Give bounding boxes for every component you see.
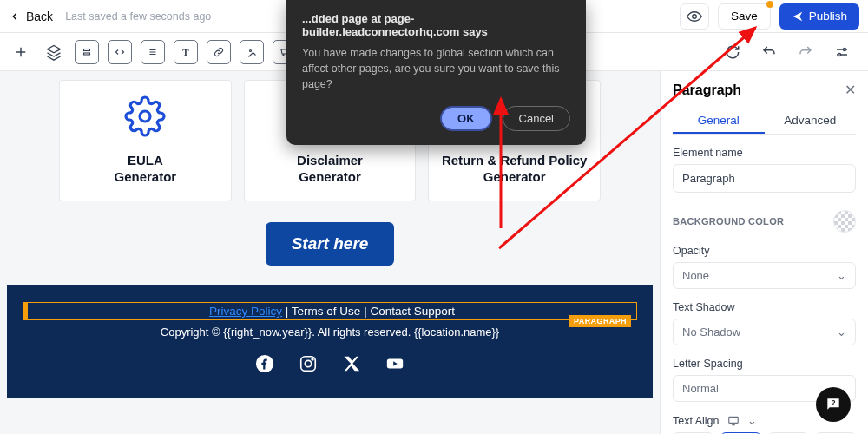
unsaved-dot-icon — [766, 1, 773, 8]
facebook-icon[interactable] — [255, 354, 274, 373]
svg-point-0 — [693, 14, 697, 18]
sep: | — [282, 305, 292, 318]
confirm-dialog: ...dded page at page-builder.leadconnect… — [286, 0, 586, 145]
tool-text-button[interactable]: T — [174, 40, 198, 64]
svg-point-6 — [140, 111, 150, 122]
opacity-select[interactable]: None⌄ — [673, 262, 856, 289]
selection-tag: PARAGRAPH — [569, 315, 631, 327]
annotation-arrow-short-icon — [490, 94, 516, 233]
tool-layout-button[interactable] — [75, 40, 99, 64]
tool-image-button[interactable] — [240, 40, 264, 64]
instagram-icon[interactable] — [299, 354, 318, 373]
page-footer-section[interactable]: Privacy Policy | Terms of Use | Contact … — [7, 285, 653, 398]
chevron-down-icon: ⌄ — [837, 326, 846, 339]
card-title: Disclaimer Generator — [297, 153, 363, 186]
svg-rect-14 — [728, 417, 738, 423]
dialog-ok-button[interactable]: OK — [440, 106, 492, 131]
social-icons — [16, 354, 644, 373]
footer-link-privacy[interactable]: Privacy Policy — [209, 305, 282, 318]
close-panel-button[interactable]: ✕ — [845, 82, 856, 98]
save-label: Save — [731, 10, 758, 23]
desktop-icon — [727, 415, 740, 427]
svg-point-5 — [838, 53, 841, 56]
start-here-button[interactable]: Start here — [266, 222, 395, 266]
card-eula[interactable]: EULA Generator — [59, 80, 232, 201]
tool-list-button[interactable] — [141, 40, 165, 64]
help-fab-button[interactable]: ? — [816, 387, 851, 422]
svg-point-4 — [844, 48, 846, 50]
card-title: EULA Generator — [114, 153, 176, 186]
layers-button[interactable] — [42, 40, 66, 64]
svg-point-11 — [305, 360, 311, 366]
settings-sliders-button[interactable] — [830, 40, 854, 64]
sep: | — [360, 305, 370, 318]
footer-copyright: Copyright © {{right_now.year}}. All righ… — [16, 326, 644, 339]
svg-point-12 — [312, 358, 313, 360]
dialog-body: You have made changes to global section … — [302, 45, 570, 92]
x-twitter-icon[interactable] — [342, 354, 361, 373]
gear-icon — [124, 95, 166, 141]
shadow-select[interactable]: No Shadow⌄ — [673, 319, 856, 345]
footer-link-contact[interactable]: Contact Support — [370, 305, 455, 318]
chevron-down-icon: ⌄ — [837, 269, 846, 282]
dialog-title: ...dded page at page-builder.leadconnect… — [302, 12, 570, 38]
svg-rect-1 — [84, 49, 90, 50]
text-align-label: Text Align — [673, 415, 720, 427]
svg-text:?: ? — [831, 398, 835, 407]
add-element-button[interactable] — [9, 40, 33, 64]
bgcolor-swatch[interactable] — [833, 210, 856, 233]
publish-button[interactable]: Publish — [779, 3, 859, 30]
redo-button[interactable] — [793, 40, 818, 64]
youtube-icon[interactable] — [385, 354, 404, 373]
back-button[interactable]: Back — [9, 10, 53, 23]
tool-link-button[interactable] — [207, 40, 231, 64]
spacing-label: Letter Spacing — [673, 358, 856, 370]
footer-link-terms[interactable]: Terms of Use — [292, 305, 361, 318]
svg-point-3 — [250, 49, 252, 51]
shadow-label: Text Shadow — [673, 301, 856, 313]
svg-rect-2 — [84, 53, 90, 55]
last-saved-text: Last saved a few seconds ago — [65, 10, 211, 23]
tab-advanced[interactable]: Advanced — [765, 108, 857, 134]
selected-paragraph-element[interactable]: Privacy Policy | Terms of Use | Contact … — [23, 302, 637, 320]
tool-code-button[interactable] — [108, 40, 132, 64]
back-label: Back — [26, 10, 53, 23]
publish-label: Publish — [809, 10, 847, 23]
chevron-down-icon: ⌄ — [747, 414, 757, 427]
